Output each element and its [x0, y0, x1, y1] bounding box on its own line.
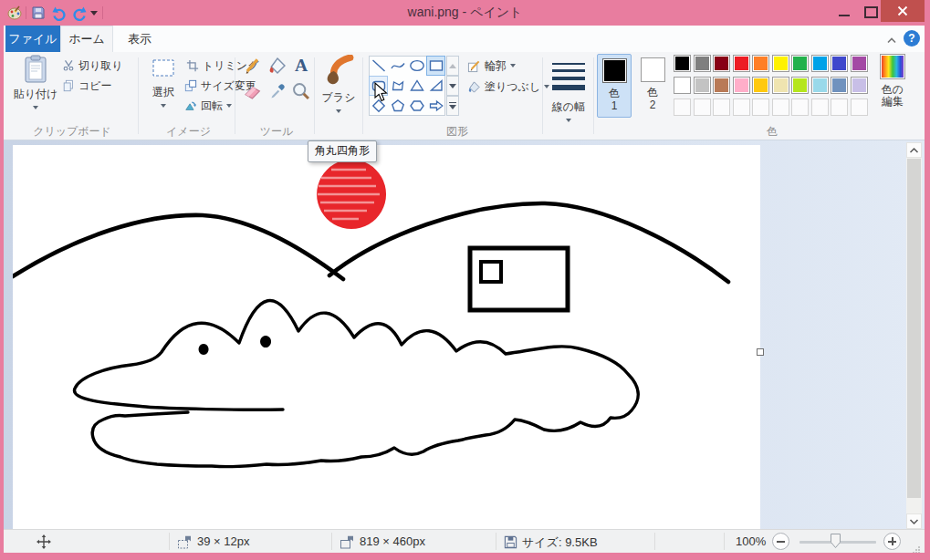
palette-color[interactable]	[752, 77, 769, 94]
brush-icon	[322, 55, 355, 88]
drawing-sun-streaks	[318, 170, 380, 219]
paste-button[interactable]: 貼り付け	[13, 55, 58, 109]
shape-curve[interactable]	[388, 56, 407, 76]
minimize-button[interactable]	[832, 0, 856, 24]
select-button[interactable]: 選択	[143, 55, 183, 108]
eraser-tool-button[interactable]	[243, 81, 263, 105]
drawing-rectangle-inner	[481, 262, 501, 282]
shape-rectangle[interactable]	[426, 56, 445, 76]
palette-color[interactable]	[851, 55, 868, 72]
shape-fill-button[interactable]: 塗りつぶし	[467, 78, 549, 96]
scissors-icon	[62, 59, 75, 72]
shape-ellipse[interactable]	[407, 56, 426, 76]
dropdown-caret-icon	[336, 109, 341, 113]
maximize-button[interactable]	[859, 0, 883, 24]
palette-color[interactable]	[674, 77, 691, 94]
fill-tool-button[interactable]	[267, 56, 287, 79]
image-size-text: 819 × 460px	[360, 534, 425, 548]
close-button[interactable]	[881, 0, 925, 22]
zoom-out-button[interactable]	[772, 533, 789, 550]
outline-button[interactable]: 輪郭	[467, 57, 516, 75]
tab-view[interactable]: 表示	[113, 26, 166, 52]
text-tool-button[interactable]: A	[291, 56, 311, 79]
scrollbar-up-button[interactable]	[906, 142, 922, 158]
palette-color[interactable]	[713, 55, 730, 72]
tab-file[interactable]: ファイル	[5, 26, 60, 52]
palette-color[interactable]	[694, 77, 711, 94]
palette-color[interactable]	[811, 55, 829, 72]
shape-hexagon[interactable]	[407, 96, 426, 116]
chevron-down-icon	[909, 518, 919, 525]
group-label-clipboard: クリップボード	[8, 124, 136, 140]
copy-icon	[62, 79, 75, 92]
shape-line[interactable]	[369, 56, 388, 76]
group-label-shapes: 図形	[419, 124, 496, 140]
drawing-canvas[interactable]	[13, 145, 760, 529]
edit-colors-button[interactable]: 色の 編集	[872, 54, 914, 108]
pencil-tool-button[interactable]	[243, 56, 263, 79]
status-bar: 39 × 12px 819 × 460px サイズ: 9.5KB 100%	[4, 529, 925, 553]
cursor-position-icon	[37, 534, 51, 552]
help-button[interactable]: ?	[904, 30, 920, 47]
palette-color[interactable]	[831, 55, 848, 72]
mouse-cursor-icon	[374, 82, 389, 106]
eyedropper-tool-button[interactable]	[267, 81, 287, 105]
crop-icon	[186, 59, 199, 72]
palette-empty-slot	[674, 99, 691, 116]
zoom-in-button[interactable]	[883, 533, 901, 550]
palette-color[interactable]	[772, 55, 789, 72]
shapes-scroll-down-button[interactable]	[446, 76, 459, 96]
shape-pentagon[interactable]	[388, 96, 407, 116]
chevron-up-icon	[909, 147, 919, 154]
shape-polygon[interactable]	[388, 76, 407, 96]
color2-button[interactable]: 色 2	[635, 54, 670, 118]
copy-button[interactable]: コピー	[62, 77, 112, 95]
vertical-scrollbar[interactable]	[906, 142, 922, 529]
palette-color[interactable]	[851, 77, 868, 94]
palette-color[interactable]	[791, 55, 809, 72]
zoom-slider-thumb[interactable]	[831, 534, 841, 552]
scroll-up-icon	[449, 64, 456, 68]
palette-color[interactable]	[772, 77, 789, 94]
palette-color[interactable]	[713, 77, 730, 94]
collapse-ribbon-icon[interactable]	[885, 33, 898, 49]
shape-right-triangle[interactable]	[426, 76, 445, 96]
shape-tooltip: 角丸四角形	[308, 140, 377, 162]
shape-right-arrow[interactable]	[426, 96, 445, 116]
palette-color[interactable]	[733, 77, 750, 94]
file-size-icon	[504, 535, 517, 552]
tab-home[interactable]: ホーム	[60, 26, 113, 52]
zoom-level-text: 100%	[736, 534, 766, 548]
palette-color[interactable]	[791, 77, 809, 94]
cut-button[interactable]: 切り取り	[62, 57, 123, 75]
window-title: wani.png - ペイント	[0, 5, 930, 21]
maximize-icon	[864, 6, 878, 18]
palette-empty-slot	[694, 99, 711, 116]
color2-swatch	[641, 57, 665, 82]
scroll-down-icon	[449, 84, 456, 88]
shape-triangle[interactable]	[407, 76, 426, 96]
palette-color[interactable]	[831, 77, 848, 94]
scrollbar-thumb[interactable]	[907, 159, 921, 498]
drawing-mountain-left	[13, 215, 343, 279]
palette-color[interactable]	[811, 77, 829, 94]
magnifier-tool-button[interactable]	[291, 81, 311, 105]
color1-button[interactable]: 色 1	[597, 54, 632, 118]
shapes-scroll-up-button[interactable]	[446, 56, 459, 76]
dropdown-caret-icon	[510, 64, 516, 67]
resize-icon	[184, 79, 197, 92]
brush-button[interactable]: ブラシ	[316, 55, 361, 113]
canvas-resize-handle[interactable]	[757, 348, 764, 356]
palette-color[interactable]	[674, 55, 691, 72]
palette-color[interactable]	[694, 55, 711, 72]
line-width-button[interactable]: 線の幅	[544, 55, 593, 122]
rotate-button[interactable]: 回転	[184, 97, 232, 115]
shapes-more-button[interactable]	[446, 96, 459, 116]
paint-window: wani.png - ペイント ファイル ホーム 表示 ?	[0, 0, 930, 560]
scrollbar-down-button[interactable]	[906, 513, 922, 529]
palette-color[interactable]	[752, 55, 769, 72]
plus-icon	[892, 537, 893, 545]
palette-color[interactable]	[733, 55, 750, 72]
drawing-crocodile	[75, 300, 639, 466]
dropdown-caret-icon	[226, 104, 232, 108]
